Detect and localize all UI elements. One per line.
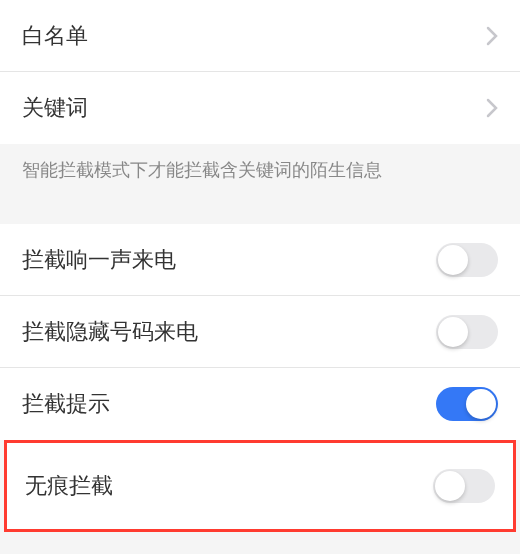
highlight-border: 无痕拦截 [4, 440, 516, 532]
keyword-row[interactable]: 关键词 [0, 72, 520, 144]
section-gap [0, 200, 520, 224]
block-tip-label: 拦截提示 [22, 389, 110, 419]
one-ring-toggle[interactable] [436, 243, 498, 277]
chevron-right-icon [486, 26, 498, 46]
toggle-knob [438, 245, 468, 275]
toggle-knob [435, 471, 465, 501]
chevron-right-icon [486, 98, 498, 118]
one-ring-label: 拦截响一声来电 [22, 245, 176, 275]
toggle-knob [438, 317, 468, 347]
toggle-knob [466, 389, 496, 419]
keyword-label: 关键词 [22, 93, 88, 123]
whitelist-row[interactable]: 白名单 [0, 0, 520, 72]
hidden-number-label: 拦截隐藏号码来电 [22, 317, 198, 347]
section-gap [0, 532, 520, 554]
one-ring-row: 拦截响一声来电 [0, 224, 520, 296]
keyword-hint-text: 智能拦截模式下才能拦截含关键词的陌生信息 [0, 144, 520, 200]
block-tip-toggle[interactable] [436, 387, 498, 421]
traceless-label: 无痕拦截 [25, 471, 113, 501]
hidden-number-toggle[interactable] [436, 315, 498, 349]
block-tip-row: 拦截提示 [0, 368, 520, 440]
whitelist-label: 白名单 [22, 21, 88, 51]
traceless-row: 无痕拦截 [7, 443, 513, 529]
traceless-toggle[interactable] [433, 469, 495, 503]
hidden-number-row: 拦截隐藏号码来电 [0, 296, 520, 368]
